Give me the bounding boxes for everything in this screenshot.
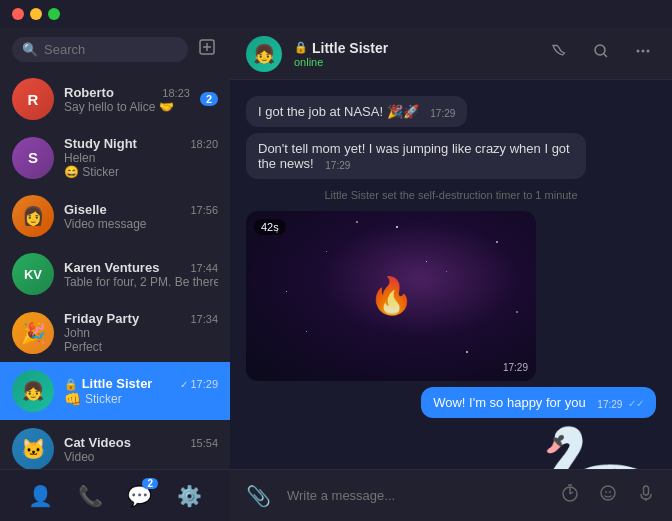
app-body: 🔍 R Roberto 18:23 bbox=[0, 28, 672, 521]
chat-preview-little: 👊 Sticker bbox=[64, 391, 218, 407]
lock-icon: 🔒 bbox=[294, 41, 308, 54]
svg-point-6 bbox=[642, 50, 645, 53]
message-1: I got the job at NASA! 🎉🚀 17:29 bbox=[246, 96, 467, 127]
minimize-button[interactable] bbox=[30, 8, 42, 20]
message-bubble-4: Wow! I'm so happy for you 17:29 ✓✓ bbox=[421, 387, 656, 418]
avatar-cat: 🐱 bbox=[12, 428, 54, 469]
settings-button[interactable]: ⚙️ bbox=[171, 478, 208, 514]
message-time-2: 17:29 bbox=[325, 160, 350, 171]
chat-preview-cat: Video bbox=[64, 450, 218, 464]
messages-area: I got the job at NASA! 🎉🚀 17:29 Don't te… bbox=[230, 80, 672, 469]
svg-point-13 bbox=[605, 491, 607, 493]
chats-badge: 2 bbox=[142, 478, 158, 489]
chat-preview-giselle: Video message bbox=[64, 217, 218, 231]
chat-item-little[interactable]: 👧 🔒 Little Sister ✓ 17:29 👊 bbox=[0, 362, 230, 420]
header-actions bbox=[546, 38, 656, 69]
titlebar bbox=[0, 0, 672, 28]
avatar-giselle: 👩 bbox=[12, 195, 54, 237]
chat-item-karen[interactable]: KV Karen Ventures 17:44 Table for four, … bbox=[0, 245, 230, 303]
chat-header: 👧 🔒 Little Sister online bbox=[230, 28, 672, 80]
calls-button[interactable]: 📞 bbox=[72, 478, 109, 514]
chat-name-roberto: Roberto bbox=[64, 85, 114, 100]
svg-point-12 bbox=[601, 486, 615, 500]
sidebar-header: 🔍 bbox=[0, 28, 230, 70]
avatar-study: S bbox=[12, 137, 54, 179]
check-marks: ✓✓ bbox=[628, 398, 644, 409]
compose-button[interactable] bbox=[196, 36, 218, 62]
media-timer: 42s bbox=[254, 219, 286, 235]
search-icon: 🔍 bbox=[22, 42, 38, 57]
message-text-2: Don't tell mom yet! I was jumping like c… bbox=[258, 141, 570, 171]
emoji-button[interactable] bbox=[594, 479, 622, 512]
chat-content-roberto: Roberto 18:23 Say hello to Alice 🤝 bbox=[64, 85, 190, 114]
message-time-4: 17:29 bbox=[597, 399, 622, 410]
svg-point-5 bbox=[637, 50, 640, 53]
chat-content-friday: Friday Party 17:34 John Perfect bbox=[64, 311, 218, 354]
chat-item-friday[interactable]: 🎉 Friday Party 17:34 John Perfect bbox=[0, 303, 230, 362]
chat-header-status: online bbox=[294, 56, 534, 68]
chat-input-bar: 📎 bbox=[230, 469, 672, 521]
chat-time-giselle: 17:56 bbox=[190, 204, 218, 216]
svg-point-14 bbox=[609, 491, 611, 493]
more-button[interactable] bbox=[630, 38, 656, 69]
chat-item-roberto[interactable]: R Roberto 18:23 Say hello to Alice 🤝 2 bbox=[0, 70, 230, 128]
search-header-button[interactable] bbox=[588, 38, 614, 69]
chats-button[interactable]: 💬 2 bbox=[121, 478, 158, 514]
chat-name-friday: Friday Party bbox=[64, 311, 139, 326]
system-message: Little Sister set the self-destruction t… bbox=[316, 185, 585, 205]
media-background: 🔥 bbox=[246, 211, 536, 381]
profile-button[interactable]: 👤 bbox=[22, 478, 59, 514]
chat-item-study[interactable]: S Study Night 18:20 Helen 😄 Sticker bbox=[0, 128, 230, 187]
chat-preview-roberto: Say hello to Alice 🤝 bbox=[64, 100, 190, 114]
message-2: Don't tell mom yet! I was jumping like c… bbox=[246, 133, 586, 179]
chat-name-cat: Cat Videos bbox=[64, 435, 131, 450]
chat-header-avatar: 👧 bbox=[246, 36, 282, 72]
search-bar[interactable]: 🔍 bbox=[12, 37, 188, 62]
svg-point-3 bbox=[595, 45, 605, 55]
call-button[interactable] bbox=[546, 38, 572, 69]
fire-icon: 🔥 bbox=[369, 275, 414, 317]
chat-time-little: ✓ 17:29 bbox=[180, 378, 218, 390]
chat-content-giselle: Giselle 17:56 Video message bbox=[64, 202, 218, 231]
chat-header-info: 🔒 Little Sister online bbox=[294, 40, 534, 68]
search-input[interactable] bbox=[44, 42, 178, 57]
badge-roberto: 2 bbox=[200, 92, 218, 106]
timer-button[interactable] bbox=[556, 479, 584, 512]
mic-button[interactable] bbox=[632, 479, 660, 512]
message-text-1: I got the job at NASA! 🎉🚀 bbox=[258, 104, 419, 119]
message-input[interactable] bbox=[287, 488, 544, 503]
close-button[interactable] bbox=[12, 8, 24, 20]
sticker-duck: 🦢 bbox=[536, 424, 656, 469]
svg-line-4 bbox=[604, 54, 607, 57]
chat-preview-friday: John bbox=[64, 326, 218, 340]
chat-name-little: 🔒 Little Sister bbox=[64, 376, 152, 391]
message-bubble-1: I got the job at NASA! 🎉🚀 17:29 bbox=[246, 96, 467, 127]
svg-rect-15 bbox=[644, 486, 649, 495]
chat-preview-karen: Table for four, 2 PM. Be there. bbox=[64, 275, 218, 289]
message-time-1: 17:29 bbox=[430, 108, 455, 119]
chat-item-cat[interactable]: 🐱 Cat Videos 15:54 Video bbox=[0, 420, 230, 469]
chat-content-little: 🔒 Little Sister ✓ 17:29 👊 Sticker bbox=[64, 376, 218, 407]
svg-point-7 bbox=[647, 50, 650, 53]
chat-header-name: 🔒 Little Sister bbox=[294, 40, 534, 56]
chat-preview-study2: 😄 Sticker bbox=[64, 165, 218, 179]
chat-list: R Roberto 18:23 Say hello to Alice 🤝 2 S bbox=[0, 70, 230, 469]
attach-button[interactable]: 📎 bbox=[242, 480, 275, 512]
chat-item-giselle[interactable]: 👩 Giselle 17:56 Video message bbox=[0, 187, 230, 245]
avatar-roberto: R bbox=[12, 78, 54, 120]
chat-time-karen: 17:44 bbox=[190, 262, 218, 274]
chat-time-cat: 15:54 bbox=[190, 437, 218, 449]
chat-preview-friday2: Perfect bbox=[64, 340, 218, 354]
sidebar: 🔍 R Roberto 18:23 bbox=[0, 28, 230, 521]
media-time: 17:29 bbox=[503, 362, 528, 373]
chat-area: 👧 🔒 Little Sister online bbox=[230, 28, 672, 521]
avatar-friday: 🎉 bbox=[12, 312, 54, 354]
chat-time-roberto: 18:23 bbox=[162, 87, 190, 99]
chat-name-giselle: Giselle bbox=[64, 202, 107, 217]
sidebar-footer: 👤 📞 💬 2 ⚙️ bbox=[0, 469, 230, 521]
chat-time-friday: 17:34 bbox=[190, 313, 218, 325]
fullscreen-button[interactable] bbox=[48, 8, 60, 20]
chat-preview-study: Helen bbox=[64, 151, 218, 165]
avatar-little: 👧 bbox=[12, 370, 54, 412]
avatar-karen: KV bbox=[12, 253, 54, 295]
